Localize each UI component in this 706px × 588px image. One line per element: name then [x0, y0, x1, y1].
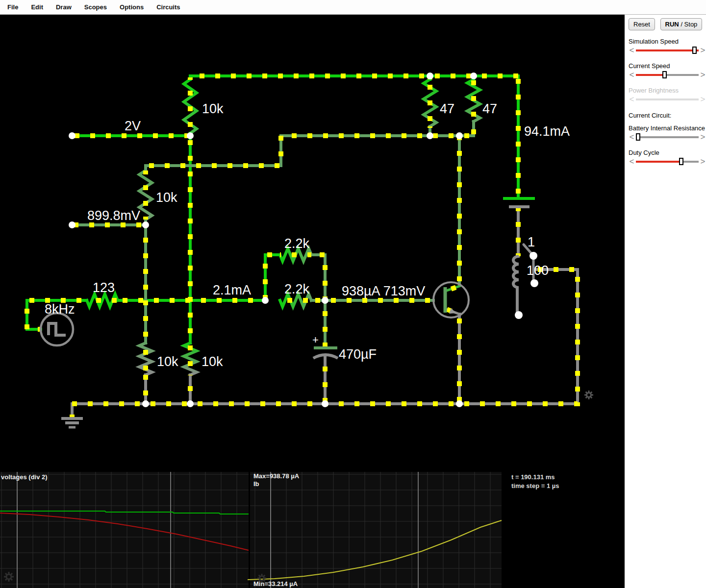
slider-track[interactable] — [636, 74, 699, 76]
status-time-step: time step = 1 µs — [511, 482, 559, 490]
slider-thumb[interactable] — [692, 47, 697, 54]
current-speed-slider[interactable]: < > — [629, 71, 706, 79]
battery-internal-resistance-slider[interactable]: < > — [629, 133, 706, 142]
menu-draw[interactable]: Draw — [50, 3, 78, 11]
label-battery-current: 94.1mA — [524, 124, 570, 139]
scope-right-min: Min=33.214 µA — [253, 580, 298, 588]
increase-arrow-icon[interactable]: > — [700, 72, 706, 78]
scope-left-title: voltages (div 2) — [1, 473, 48, 481]
slider-thumb[interactable] — [636, 133, 640, 141]
menu-options[interactable]: Options — [113, 3, 150, 11]
scope-right-max: Max=938.78 µA — [253, 472, 299, 480]
resistor-10k-mid[interactable] — [139, 171, 152, 220]
label-re2-value: 10k — [202, 354, 223, 369]
label-re1-value: 10k — [157, 354, 178, 369]
simulation-speed-slider[interactable]: < > — [629, 46, 706, 55]
relay-coil[interactable] — [513, 256, 519, 288]
status-sim-time: t = 190.131 ms — [511, 473, 555, 481]
menu-edit[interactable]: Edit — [25, 3, 50, 11]
simulation-speed-label: Simulation Speed — [629, 38, 706, 45]
label-rf-value: 2.2k — [284, 236, 310, 251]
current-speed-label: Current Speed — [629, 62, 706, 70]
label-source-frequency: 8kHz — [45, 302, 75, 317]
power-brightness-slider[interactable]: < > — [629, 95, 706, 104]
reset-button[interactable]: Reset — [629, 18, 655, 30]
label-mid-current: 2.1mA — [213, 283, 251, 297]
wire-collector-feed[interactable] — [146, 136, 474, 166]
square-wave-icon — [49, 323, 66, 335]
run-label: RUN — [665, 21, 679, 28]
slider-track[interactable] — [636, 161, 699, 163]
slider-track[interactable] — [636, 98, 699, 100]
slider-track[interactable] — [636, 49, 699, 51]
circuit-simulator-app: File Edit Draw Scopes Options Circuits — [0, 0, 706, 588]
duty-cycle-label: Duty Cycle — [629, 149, 706, 156]
slider-thumb[interactable] — [662, 71, 667, 78]
decrease-arrow-icon[interactable]: < — [629, 96, 635, 103]
increase-arrow-icon[interactable]: > — [700, 158, 706, 165]
label-base-current-voltage: 938µA 713mV — [342, 284, 425, 298]
stop-label: / Stop — [679, 21, 698, 28]
power-brightness-section: Power Brightness < > — [629, 87, 706, 104]
label-cap-polarity: + — [312, 334, 319, 346]
wire-feedback-up[interactable] — [265, 255, 280, 300]
menu-circuits[interactable]: Circuits — [150, 3, 186, 11]
label-switch-value: 1 — [528, 235, 535, 249]
wire-feedback-down[interactable] — [311, 255, 325, 300]
label-cap-value: 470µF — [339, 347, 377, 362]
gear-icon[interactable] — [587, 393, 591, 397]
slider-track[interactable] — [636, 136, 699, 138]
circuit-canvas[interactable]: 10k 2V 47 47 94.1mA 899.8mV 10k 2.2k 123… — [0, 15, 625, 588]
power-brightness-label: Power Brightness — [629, 87, 706, 94]
duty-cycle-slider[interactable]: < > — [629, 157, 706, 166]
battery-internal-resistance-section: Battery Internal Resistance < > — [629, 124, 706, 142]
run-stop-button[interactable]: RUN / Stop — [660, 18, 703, 30]
increase-arrow-icon[interactable]: > — [700, 96, 706, 103]
label-coil-value: 100 — [527, 263, 549, 278]
scope-left-panel[interactable] — [0, 472, 249, 588]
menu-scopes[interactable]: Scopes — [78, 3, 113, 11]
simulation-speed-section: Simulation Speed < > — [629, 38, 706, 55]
scope-right-trace-name: Ib — [253, 480, 259, 488]
label-r47b-value: 47 — [482, 101, 497, 116]
label-supply-voltage: 2V — [125, 119, 141, 133]
current-circuit-label: Current Circuit: — [629, 112, 706, 119]
increase-arrow-icon[interactable]: > — [700, 134, 706, 141]
decrease-arrow-icon[interactable]: < — [629, 47, 635, 54]
menu-bar: File Edit Draw Scopes Options Circuits — [0, 0, 706, 15]
decrease-arrow-icon[interactable]: < — [629, 72, 635, 78]
decrease-arrow-icon[interactable]: < — [629, 158, 635, 165]
label-r1-value: 10k — [202, 101, 224, 116]
slider-thumb[interactable] — [679, 158, 683, 165]
battery-internal-resistance-label: Battery Internal Resistance — [629, 124, 706, 132]
scope-right-panel[interactable] — [250, 472, 502, 588]
menu-file[interactable]: File — [0, 3, 25, 11]
label-input-voltage: 899.8mV — [87, 208, 140, 223]
duty-cycle-section: Duty Cycle < > — [629, 149, 706, 166]
label-rs-value: 2.2k — [284, 282, 310, 296]
increase-arrow-icon[interactable]: > — [700, 47, 706, 54]
label-r47a-value: 47 — [440, 101, 454, 116]
current-speed-section: Current Speed < > — [629, 62, 706, 79]
control-sidebar: Reset RUN / Stop Simulation Speed < > Cu… — [625, 15, 706, 588]
decrease-arrow-icon[interactable]: < — [629, 134, 635, 141]
label-r2-value: 10k — [156, 190, 177, 205]
label-rin-value: 123 — [93, 280, 115, 295]
